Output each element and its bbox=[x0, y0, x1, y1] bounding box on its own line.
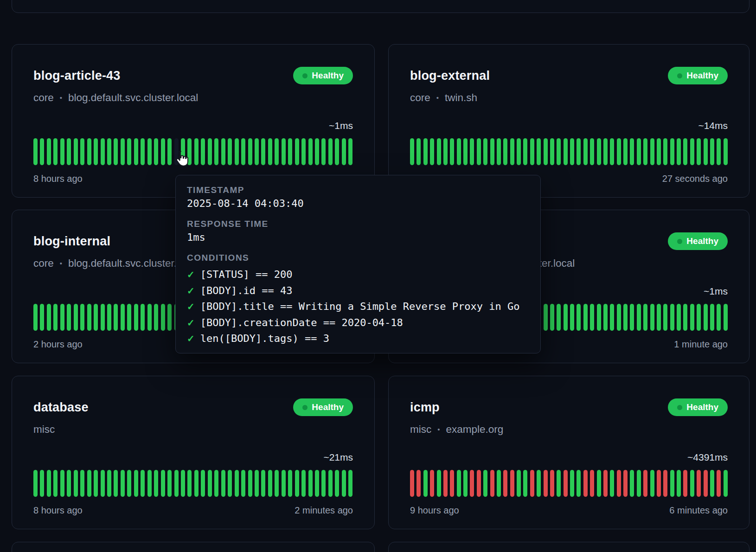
uptime-bar[interactable] bbox=[214, 470, 218, 497]
uptime-bar[interactable] bbox=[443, 138, 448, 165]
uptime-bar[interactable] bbox=[275, 138, 279, 165]
uptime-bar[interactable] bbox=[161, 470, 165, 497]
uptime-bar[interactable] bbox=[603, 138, 608, 165]
uptime-bar[interactable] bbox=[147, 304, 152, 331]
uptime-bar[interactable] bbox=[201, 138, 205, 165]
uptime-bar[interactable] bbox=[670, 470, 674, 497]
uptime-bar[interactable] bbox=[630, 304, 634, 331]
uptime-bar[interactable] bbox=[663, 304, 667, 331]
uptime-bar[interactable] bbox=[704, 138, 708, 165]
uptime-bar[interactable] bbox=[523, 138, 527, 165]
uptime-bar[interactable] bbox=[410, 470, 414, 497]
uptime-bar[interactable] bbox=[430, 470, 434, 497]
uptime-bar[interactable] bbox=[321, 138, 326, 165]
uptime-bar[interactable] bbox=[301, 138, 306, 165]
uptime-bar[interactable] bbox=[40, 470, 44, 497]
uptime-bar[interactable] bbox=[47, 470, 51, 497]
uptime-bar[interactable] bbox=[583, 470, 588, 497]
uptime-bar[interactable] bbox=[255, 470, 259, 497]
uptime-bar[interactable] bbox=[437, 138, 441, 165]
service-card[interactable]: database Healthy misc ~21ms 8 hours ago … bbox=[12, 376, 375, 529]
uptime-bar[interactable] bbox=[530, 138, 534, 165]
uptime-bar[interactable] bbox=[497, 138, 501, 165]
uptime-bar[interactable] bbox=[121, 138, 125, 165]
uptime-bar[interactable] bbox=[208, 470, 212, 497]
uptime-bar[interactable] bbox=[564, 470, 568, 497]
uptime-bar[interactable] bbox=[167, 138, 172, 165]
uptime-bar[interactable] bbox=[121, 304, 125, 331]
uptime-bar[interactable] bbox=[141, 470, 145, 497]
uptime-bar[interactable] bbox=[683, 138, 687, 165]
uptime-bar[interactable] bbox=[268, 138, 272, 165]
uptime-bar[interactable] bbox=[497, 470, 501, 497]
uptime-bar[interactable] bbox=[67, 138, 71, 165]
uptime-bar[interactable] bbox=[342, 138, 346, 165]
uptime-bar[interactable] bbox=[650, 470, 654, 497]
uptime-bar[interactable] bbox=[557, 470, 561, 497]
uptime-bar[interactable] bbox=[610, 470, 614, 497]
uptime-bar[interactable] bbox=[154, 138, 158, 165]
uptime-bar[interactable] bbox=[503, 138, 507, 165]
uptime-bar[interactable] bbox=[268, 470, 272, 497]
uptime-bar[interactable] bbox=[282, 138, 286, 165]
uptime-bar[interactable] bbox=[517, 470, 521, 497]
uptime-bar[interactable] bbox=[60, 304, 64, 331]
uptime-bar[interactable] bbox=[107, 470, 111, 497]
uptime-bar[interactable] bbox=[33, 138, 38, 165]
uptime-bar[interactable] bbox=[577, 304, 581, 331]
uptime-bar[interactable] bbox=[167, 304, 172, 331]
uptime-bar[interactable] bbox=[167, 470, 172, 497]
uptime-bar[interactable] bbox=[537, 470, 541, 497]
uptime-bar[interactable] bbox=[710, 138, 714, 165]
uptime-bar[interactable] bbox=[94, 304, 98, 331]
uptime-bar[interactable] bbox=[282, 470, 286, 497]
uptime-bar[interactable] bbox=[490, 138, 494, 165]
uptime-bar[interactable] bbox=[510, 470, 514, 497]
service-card-partial[interactable] bbox=[388, 542, 750, 552]
uptime-bar[interactable] bbox=[657, 470, 661, 497]
uptime-bar[interactable] bbox=[335, 138, 339, 165]
uptime-bar[interactable] bbox=[477, 138, 481, 165]
uptime-bar[interactable] bbox=[430, 138, 434, 165]
uptime-bar[interactable] bbox=[174, 138, 179, 165]
uptime-bar[interactable] bbox=[450, 470, 454, 497]
uptime-bar[interactable] bbox=[228, 138, 232, 165]
uptime-bar[interactable] bbox=[544, 304, 548, 331]
uptime-bar[interactable] bbox=[416, 138, 421, 165]
uptime-bar[interactable] bbox=[637, 304, 641, 331]
uptime-bar[interactable] bbox=[221, 138, 225, 165]
uptime-bar[interactable] bbox=[577, 470, 581, 497]
uptime-bar[interactable] bbox=[683, 304, 687, 331]
uptime-bar[interactable] bbox=[677, 138, 681, 165]
uptime-bar[interactable] bbox=[483, 138, 487, 165]
uptime-bar[interactable] bbox=[87, 138, 91, 165]
uptime-bar[interactable] bbox=[717, 304, 721, 331]
uptime-bar[interactable] bbox=[208, 138, 212, 165]
uptime-bar[interactable] bbox=[710, 304, 714, 331]
uptime-bar[interactable] bbox=[577, 138, 581, 165]
uptime-bar[interactable] bbox=[248, 138, 252, 165]
uptime-bar[interactable] bbox=[154, 304, 158, 331]
uptime-bar[interactable] bbox=[663, 138, 667, 165]
uptime-bar[interactable] bbox=[121, 470, 125, 497]
uptime-bar[interactable] bbox=[717, 138, 721, 165]
uptime-bar[interactable] bbox=[67, 304, 71, 331]
uptime-bar[interactable] bbox=[141, 138, 145, 165]
uptime-bar[interactable] bbox=[477, 470, 481, 497]
uptime-bar[interactable] bbox=[677, 304, 681, 331]
uptime-bar[interactable] bbox=[550, 470, 554, 497]
uptime-bar[interactable] bbox=[483, 470, 487, 497]
uptime-bar[interactable] bbox=[161, 138, 165, 165]
uptime-bar[interactable] bbox=[537, 138, 541, 165]
uptime-bar[interactable] bbox=[717, 470, 721, 497]
uptime-bar[interactable] bbox=[94, 470, 98, 497]
uptime-bar[interactable] bbox=[630, 470, 634, 497]
uptime-bar[interactable] bbox=[80, 304, 84, 331]
uptime-bar[interactable] bbox=[134, 470, 138, 497]
uptime-bar[interactable] bbox=[261, 138, 265, 165]
uptime-bar[interactable] bbox=[67, 470, 71, 497]
uptime-bar[interactable] bbox=[181, 470, 185, 497]
uptime-bar[interactable] bbox=[564, 304, 568, 331]
uptime-bar[interactable] bbox=[235, 138, 239, 165]
uptime-bar[interactable] bbox=[47, 304, 51, 331]
